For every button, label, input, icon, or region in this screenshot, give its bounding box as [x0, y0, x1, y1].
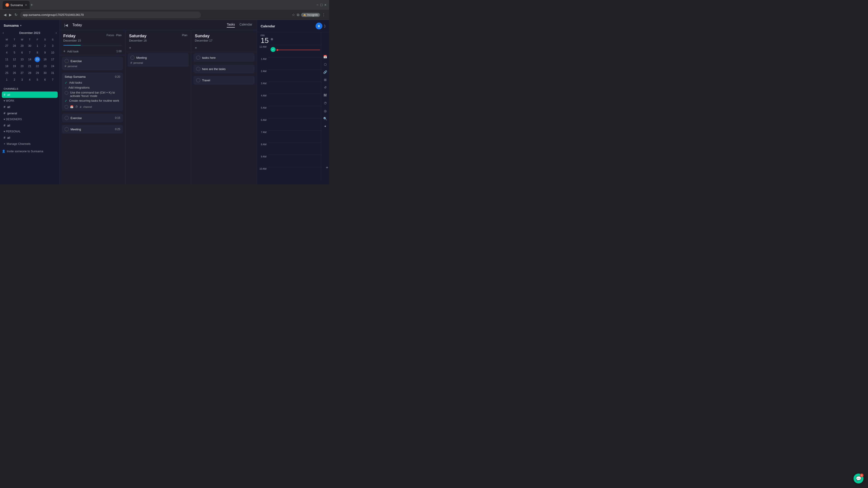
cal-day[interactable]: 8	[34, 50, 41, 56]
sidebar-item-designers-all[interactable]: # all	[2, 122, 58, 129]
cal-day[interactable]: 19	[11, 63, 18, 69]
cal-day[interactable]: 14	[26, 56, 33, 63]
add-event-button[interactable]: +	[326, 165, 328, 170]
cal-day[interactable]: 26	[11, 70, 18, 76]
tab-calendar[interactable]: Calendar	[239, 23, 252, 28]
task-card-travel[interactable]: Travel	[193, 76, 254, 85]
task-check-meeting-friday[interactable]	[65, 127, 69, 131]
task-card-meeting-friday[interactable]: Meeting 0:25	[62, 125, 123, 133]
cal-day[interactable]: 4	[3, 50, 10, 56]
cal-day[interactable]: 27	[3, 43, 10, 49]
sidebar-item-work-general[interactable]: # general	[2, 110, 58, 116]
cal-day[interactable]: 3	[49, 43, 56, 49]
cal-day[interactable]: 10	[49, 50, 56, 56]
back-to-today-icon[interactable]: |◀	[64, 23, 68, 27]
cal-day[interactable]: 30	[41, 70, 49, 76]
cal-day[interactable]: 28	[11, 43, 18, 49]
sidebar-item-channels-all[interactable]: # all	[2, 92, 58, 98]
browser-tab-active[interactable]: S Sunsama ×	[3, 1, 30, 9]
search-icon[interactable]: 🔍	[323, 117, 327, 121]
cal-day[interactable]: 18	[3, 63, 10, 69]
cal-day[interactable]: 16	[41, 56, 49, 63]
cal-day[interactable]: 22	[34, 63, 41, 69]
more-menu-button[interactable]: ⋮	[322, 13, 326, 17]
task-card-here-are-tasks[interactable]: here are the tasks	[193, 65, 254, 73]
clock-star-icon[interactable]: ⏱	[324, 101, 327, 105]
friday-add-task-row[interactable]: + Add task 1:00	[60, 47, 125, 55]
manage-channels-button[interactable]: + Manage Channels	[2, 141, 58, 147]
personal-section-header[interactable]: ▾ PERSONAL	[2, 129, 58, 134]
task-card-meeting-saturday[interactable]: Meeting # personal	[128, 53, 189, 67]
cal-day[interactable]: 4	[26, 76, 33, 83]
reload-button[interactable]: ↻	[14, 13, 18, 17]
cal-day[interactable]: 28	[26, 70, 33, 76]
cal-day[interactable]: 25	[3, 70, 10, 76]
minimize-button[interactable]: −	[316, 3, 318, 7]
cal-day[interactable]: 6	[19, 50, 26, 56]
task-card-exercise-2-friday[interactable]: Exercise 0:15	[62, 113, 123, 122]
cal-day[interactable]: 21	[26, 63, 33, 69]
task-check-exercise-friday[interactable]	[65, 59, 69, 63]
close-window-button[interactable]: ×	[324, 3, 327, 7]
task-check-meeting-saturday[interactable]	[130, 56, 134, 60]
today-button[interactable]: Today	[72, 23, 82, 27]
tab-search-icon[interactable]: ⧉	[297, 13, 299, 17]
cal-day[interactable]: 1	[34, 43, 41, 49]
link-icon[interactable]: 🔗	[323, 70, 327, 74]
sparkle-icon[interactable]: ✦	[324, 125, 327, 128]
new-tab-button[interactable]: +	[31, 3, 33, 7]
back-button[interactable]: ◀	[4, 13, 6, 17]
cal-day[interactable]: 23	[41, 63, 49, 69]
sidebar-item-work-all[interactable]: # all	[2, 104, 58, 110]
cal-day[interactable]: 27	[19, 70, 26, 76]
cal-day[interactable]: 6	[41, 76, 49, 83]
location-icon[interactable]: ◎	[324, 109, 327, 113]
table-icon[interactable]: ⊞	[324, 78, 327, 82]
cal-day[interactable]: 2	[11, 76, 18, 83]
cal-day[interactable]: 30	[26, 43, 33, 49]
cal-day[interactable]: 12	[11, 56, 18, 63]
cal-day[interactable]: 11	[3, 56, 10, 63]
invite-button[interactable]: 👤 Invite someone to Sunsama	[0, 148, 59, 155]
sunday-add-task-row[interactable]: +	[191, 44, 257, 52]
sidebar-item-personal-all[interactable]: # all	[2, 134, 58, 141]
cal-day[interactable]: 7	[26, 50, 33, 56]
user-avatar[interactable]: B	[315, 23, 322, 29]
tab-close-btn[interactable]: ×	[25, 3, 27, 7]
cal-day[interactable]: 24	[49, 63, 56, 69]
network-icon[interactable]: ⬡	[324, 63, 327, 66]
cal-day[interactable]: 2	[41, 43, 49, 49]
setup-complete-check[interactable]	[65, 105, 68, 109]
task-check-travel[interactable]	[196, 78, 200, 82]
cal-day[interactable]: 5	[11, 50, 18, 56]
cal-day[interactable]: 5	[34, 76, 41, 83]
cal-day[interactable]: 9	[41, 50, 49, 56]
cal-day[interactable]: 29	[19, 43, 26, 49]
cal-day[interactable]: 1	[3, 76, 10, 83]
cal-day[interactable]: 15	[34, 56, 41, 63]
mail-icon[interactable]: M	[324, 93, 327, 97]
cal-zoom-in-icon[interactable]: ⊕	[271, 37, 273, 41]
saturday-add-task-row[interactable]: +	[125, 44, 191, 52]
task-card-tasks-here[interactable]: tasks here	[193, 53, 254, 62]
work-section-header[interactable]: ▾ WORK	[2, 98, 58, 104]
cal-day[interactable]: 13	[19, 56, 26, 63]
url-bar[interactable]: app.sunsama.com/group/17025701040136170	[20, 11, 201, 18]
forward-button[interactable]: ▶	[9, 13, 12, 17]
setup-sunsama-card[interactable]: Setup Sunsama 0:20 ✓ Add tasks ○ Add int…	[62, 73, 123, 111]
calendar-app-icon[interactable]: 📅	[323, 55, 327, 59]
star-icon[interactable]: ☆	[292, 13, 295, 17]
task-card-exercise-friday[interactable]: Exercise # personal	[62, 57, 123, 70]
task-check-exercise2[interactable]	[65, 116, 69, 120]
cal-day[interactable]: 3	[19, 76, 26, 83]
task-check-tasks-here[interactable]	[196, 56, 200, 60]
designers-section-header[interactable]: ▾ DESIGNERS	[2, 116, 58, 122]
cal-day[interactable]: 17	[49, 56, 56, 63]
task-check-here-are-tasks[interactable]	[196, 67, 200, 71]
cal-day[interactable]: 29	[34, 70, 41, 76]
refresh-icon[interactable]: ↺	[324, 86, 327, 89]
cal-day[interactable]: 31	[49, 70, 56, 76]
cal-prev-btn[interactable]: ‹	[3, 31, 4, 35]
cal-next-btn[interactable]: ›	[56, 31, 57, 35]
maximize-button[interactable]: □	[320, 3, 322, 7]
